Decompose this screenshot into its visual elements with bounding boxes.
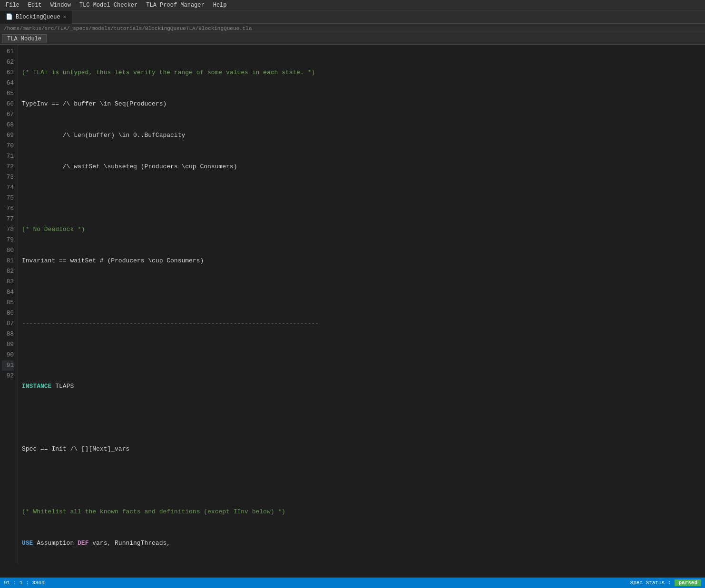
menu-edit[interactable]: Edit (24, 1, 46, 10)
line-numbers: 61 62 63 64 65 66 67 68 69 70 71 72 73 7… (0, 45, 18, 563)
breadcrumb: /home/markus/src/TLA/_specs/models/tutor… (4, 26, 252, 31)
status-right: Spec Status : parsed (630, 579, 701, 586)
tab-bar: 📄 BlockingQueue × (0, 10, 705, 24)
status-bar: 91 : 1 : 3369 Spec Status : parsed (0, 578, 705, 588)
tab-icon: 📄 (6, 13, 13, 20)
menu-bar: File Edit Window TLC Model Checker TLA P… (0, 0, 705, 10)
tab-label: BlockingQueue (16, 14, 60, 20)
menu-tla-proof[interactable]: TLA Proof Manager (142, 1, 208, 10)
parsed-badge: parsed (675, 579, 701, 586)
module-tab-bar: TLA Module (0, 33, 705, 45)
menu-window[interactable]: Window (47, 1, 75, 10)
menu-tlc[interactable]: TLC Model Checker (76, 1, 141, 10)
spec-status-label: Spec Status : (630, 580, 671, 586)
cursor-position: 91 : 1 : 3369 (4, 580, 45, 586)
module-tab[interactable]: TLA Module (2, 34, 47, 43)
editor-area[interactable]: 61 62 63 64 65 66 67 68 69 70 71 72 73 7… (0, 45, 705, 563)
menu-help[interactable]: Help (209, 1, 231, 10)
menu-file[interactable]: File (2, 1, 23, 10)
tab-close-button[interactable]: × (63, 14, 67, 20)
breadcrumb-bar: /home/markus/src/TLA/_specs/models/tutor… (0, 24, 705, 33)
code-content[interactable]: (* TLA+ is untyped, thus lets verify the… (18, 45, 705, 563)
status-left: 91 : 1 : 3369 (4, 580, 630, 586)
tab-blocking-queue[interactable]: 📄 BlockingQueue × (0, 10, 72, 24)
